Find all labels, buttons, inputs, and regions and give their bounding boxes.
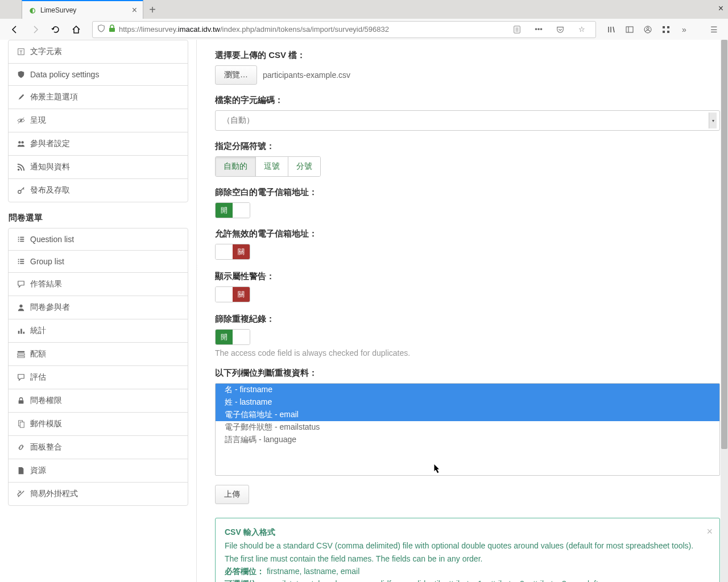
window-close-icon[interactable]: ×: [718, 3, 723, 14]
multiselect-option[interactable]: 語言編碼 - language: [216, 434, 719, 446]
selected-filename: participants-example.csv: [263, 70, 350, 80]
sidebar-item[interactable]: T文字元素: [9, 40, 188, 64]
text-icon: T: [16, 48, 26, 56]
reload-button[interactable]: [47, 20, 65, 39]
sidebar-item[interactable]: Data policy settings: [9, 64, 188, 86]
new-tab-button[interactable]: +: [143, 1, 162, 19]
svg-rect-41: [23, 332, 25, 334]
dup-fields-multiselect[interactable]: 名 - firstname姓 - lastname電子信箱地址 - email電…: [215, 383, 720, 476]
filter-blank-toggle[interactable]: 開: [215, 202, 250, 218]
library-icon[interactable]: [603, 20, 620, 39]
encoding-select[interactable]: （自動）: [215, 110, 720, 131]
plug-icon: [16, 490, 26, 498]
sidebar-item[interactable]: 通知與資料: [9, 156, 188, 179]
rss-icon: [16, 163, 26, 171]
page-actions-icon[interactable]: •••: [530, 20, 548, 39]
sidebar-item[interactable]: 郵件模版: [9, 413, 188, 436]
comment-icon: [16, 280, 26, 288]
sidebar-item[interactable]: 配額: [9, 343, 188, 366]
shield-icon: [16, 70, 26, 78]
info-line: The first line must contain the field na…: [225, 553, 710, 564]
page-scrollbar[interactable]: [721, 40, 728, 582]
allow-invalid-label: 允許無效的電子信箱地址：: [215, 228, 720, 239]
sidebar-item[interactable]: Question list: [9, 228, 188, 251]
file-upload-label: 選擇要上傳的 CSV 檔：: [215, 50, 720, 61]
sidebar-item[interactable]: 作答結果: [9, 273, 188, 296]
delimiter-option[interactable]: 自動的: [216, 157, 256, 176]
reader-mode-icon[interactable]: [508, 20, 526, 39]
svg-rect-0: [109, 28, 115, 32]
svg-rect-12: [663, 26, 665, 28]
browser-chrome: ◐ LimeSurvey × + × https://limesurvey.im…: [0, 0, 728, 40]
upload-button[interactable]: 上傳: [215, 485, 249, 504]
delimiter-option[interactable]: 分號: [288, 157, 320, 176]
home-button[interactable]: [67, 20, 85, 39]
sidebar-item-label: 統計: [30, 326, 46, 336]
show-warnings-toggle[interactable]: 關: [215, 286, 250, 302]
sidebar-item-label: 問卷參與者: [30, 302, 70, 313]
dup-help-text: The access code field is always checked …: [215, 348, 720, 357]
svg-rect-42: [18, 351, 24, 353]
sidebar-toggle-icon[interactable]: [621, 20, 638, 39]
filter-dup-toggle[interactable]: 開: [215, 329, 250, 345]
scrollbar-thumb[interactable]: [721, 40, 727, 449]
sidebar-item[interactable]: 發布及存取: [9, 179, 188, 202]
tab-close-icon[interactable]: ×: [132, 5, 137, 15]
multiselect-option[interactable]: 電子郵件狀態 - emailstatus: [216, 421, 719, 434]
svg-rect-44: [18, 356, 24, 358]
svg-rect-39: [18, 331, 20, 334]
info-title: CSV 輸入格式: [225, 526, 710, 538]
svg-rect-45: [19, 400, 24, 404]
main-content: ⋮ 選擇要上傳的 CSV 檔： 瀏覽… participants-example…: [197, 40, 728, 582]
sidebar-item[interactable]: 呈現: [9, 109, 188, 132]
sidebar-item[interactable]: 評估: [9, 366, 188, 389]
browser-tab[interactable]: ◐ LimeSurvey ×: [22, 0, 143, 19]
svg-rect-8: [626, 27, 633, 32]
sidebar-item[interactable]: 統計: [9, 319, 188, 343]
sidebar-item-label: Data policy settings: [30, 70, 99, 79]
sidebar-item[interactable]: Group list: [9, 251, 188, 273]
delimiter-option[interactable]: 逗號: [256, 157, 288, 176]
sidebar-item-label: 呈現: [30, 115, 46, 126]
multiselect-option[interactable]: 姓 - lastname: [216, 396, 719, 409]
menu-icon[interactable]: ☰: [705, 20, 722, 39]
sidebar-item[interactable]: 資源: [9, 459, 188, 483]
overflow-icon[interactable]: »: [676, 20, 693, 39]
close-icon[interactable]: ×: [706, 524, 713, 539]
browse-button[interactable]: 瀏覽…: [215, 65, 257, 85]
dup-fields-label: 以下列欄位判斷重複資料：: [215, 368, 720, 379]
shield-icon: [97, 24, 105, 34]
back-button[interactable]: [6, 20, 24, 39]
multiselect-option[interactable]: 名 - firstname: [216, 384, 719, 396]
svg-rect-40: [20, 329, 22, 334]
sidebar-item[interactable]: 佈景主題選項: [9, 86, 188, 109]
comment-icon: [16, 373, 26, 381]
svg-rect-47: [20, 422, 24, 428]
multiselect-option[interactable]: 電子信箱地址 - email: [216, 409, 719, 421]
copy-icon: [16, 420, 26, 428]
sidebar-item[interactable]: 簡易外掛程式: [9, 483, 188, 505]
svg-rect-15: [667, 31, 669, 33]
pocket-icon[interactable]: [551, 20, 569, 39]
sidebar-item[interactable]: 面板整合: [9, 436, 188, 459]
sidebar-item[interactable]: 問卷權限: [9, 389, 188, 413]
lock-icon: [109, 24, 115, 34]
svg-point-21: [21, 141, 23, 143]
resize-handle-icon[interactable]: ⋮: [197, 264, 198, 272]
sidebar-item-label: 評估: [30, 372, 46, 383]
url-bar[interactable]: https://limesurvey.imacat.idv.tw/index.p…: [92, 21, 596, 38]
apps-icon[interactable]: [657, 20, 675, 39]
sidebar: T文字元素Data policy settings佈景主題選項呈現參與者設定通知…: [0, 40, 197, 582]
allow-invalid-toggle[interactable]: 關: [215, 244, 250, 260]
sidebar-item-label: 參與者設定: [30, 139, 70, 149]
sidebar-item[interactable]: 參與者設定: [9, 132, 188, 156]
svg-rect-43: [18, 354, 24, 355]
bookmark-star-icon[interactable]: ☆: [573, 20, 591, 39]
list-icon: [16, 235, 26, 243]
sidebar-item-label: 簡易外掛程式: [30, 489, 78, 499]
svg-point-22: [18, 169, 20, 171]
account-icon[interactable]: [639, 20, 656, 39]
chevron-down-icon: ▾: [709, 113, 717, 128]
sidebar-item-label: 發布及存取: [30, 185, 70, 196]
sidebar-item[interactable]: 問卷參與者: [9, 296, 188, 319]
